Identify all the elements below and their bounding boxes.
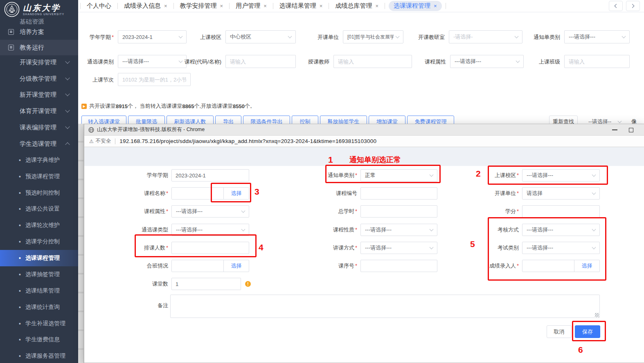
total-hours-input[interactable] bbox=[360, 205, 437, 218]
save-button[interactable]: 保存 bbox=[575, 325, 600, 338]
sidebar-item-preselect-course[interactable]: •预选课程管理 bbox=[0, 168, 78, 185]
maximize-button[interactable] bbox=[629, 128, 633, 132]
minimize-button[interactable] bbox=[612, 129, 617, 130]
campus-select[interactable]: 中心校区 bbox=[225, 30, 296, 43]
close-icon[interactable]: × bbox=[164, 3, 167, 9]
tab-xk-result-management[interactable]: 选课结果管理× bbox=[275, 2, 327, 10]
close-icon[interactable]: × bbox=[320, 3, 323, 9]
form-field-course-name: 课程名称* 选择 bbox=[109, 187, 249, 200]
filter-field-general-course-type: 通选课类别 ---请选择--- bbox=[78, 55, 187, 68]
tab-teaching-arrangement[interactable]: 教学安排管理× bbox=[176, 2, 227, 10]
planned-enrollment-input[interactable] bbox=[171, 242, 249, 254]
course-attribute-select[interactable]: ---请选择--- bbox=[450, 55, 524, 68]
tabs-scroll-right-button[interactable] bbox=[626, 1, 640, 11]
university-name: 山东大学 bbox=[23, 4, 64, 12]
sidebar-item-training-plan[interactable]: 培养方案 bbox=[0, 24, 78, 40]
tab-user-management[interactable]: 用户管理× bbox=[232, 2, 271, 10]
university-name-en: SHANDONG UNIVERSITY bbox=[23, 13, 64, 16]
offering-unit-select[interactable]: [01]哲学与社会发展学院 bbox=[343, 30, 403, 43]
sidebar-item-academic-operation[interactable]: 教务运行 bbox=[0, 40, 78, 55]
sidebar-item-xk-lottery[interactable]: •选课抽签管理 bbox=[0, 266, 78, 283]
sidebar-group-new-class[interactable]: 新开课堂管理 bbox=[0, 86, 78, 103]
combined-class-choose-button[interactable]: 选择 bbox=[223, 260, 249, 272]
sidebar-group-timetable[interactable]: 课表编排管理 bbox=[0, 119, 78, 136]
chevron-down-icon bbox=[592, 191, 596, 195]
filter-field-class: 上课班级 bbox=[531, 55, 630, 68]
popup-window-title: 山东大学开课增加-强智科技.版权所有 - Chrome bbox=[97, 126, 205, 133]
chevron-up-icon bbox=[65, 142, 70, 147]
notice-type-select[interactable]: ---请选择--- bbox=[564, 30, 630, 43]
close-icon[interactable]: × bbox=[375, 3, 378, 9]
course-sequence-input[interactable] bbox=[360, 260, 437, 272]
grade-recorder-input[interactable] bbox=[522, 260, 574, 272]
general-course-type-select[interactable]: ---请选择--- bbox=[118, 55, 187, 68]
form-field-campus: 上课校区* ---请选择--- bbox=[459, 169, 600, 182]
sidebar-item-xk-server[interactable]: •选课服务器管理 bbox=[0, 348, 78, 363]
grade-recorder-choose-button[interactable]: 选择 bbox=[574, 260, 599, 272]
sidebar-group-course-offering[interactable]: 开课安排管理 bbox=[0, 54, 78, 70]
close-icon[interactable]: × bbox=[220, 3, 223, 9]
combined-class-input[interactable] bbox=[172, 260, 223, 272]
sidebar-item-xk-public-setting[interactable]: •选课公共设置 bbox=[0, 201, 78, 217]
sidebar-group-student-course-selection[interactable]: 学生选课管理 bbox=[0, 136, 78, 152]
chevron-down-icon bbox=[65, 124, 70, 129]
tab-grade-repository[interactable]: 成绩总库管理× bbox=[331, 2, 383, 10]
sidebar-group-level-teaching[interactable]: 分级教学管理 bbox=[0, 70, 78, 87]
course-attribute-select[interactable]: ---请选择--- bbox=[171, 205, 249, 218]
form-field-exam-type: 考试类别 ---请选择--- bbox=[459, 242, 600, 254]
credits-input[interactable] bbox=[522, 205, 600, 218]
course-name-input[interactable] bbox=[172, 188, 223, 199]
class-input[interactable] bbox=[564, 55, 630, 68]
period-input[interactable] bbox=[118, 73, 191, 86]
class-count-input[interactable] bbox=[171, 278, 241, 290]
course-code-name-input[interactable] bbox=[225, 55, 296, 68]
tab-xk-course-management[interactable]: 选课课程管理× bbox=[389, 1, 442, 11]
warning-icon: ⚠ bbox=[89, 138, 94, 144]
lecture-mode-select[interactable]: ---请选择--- bbox=[360, 242, 437, 254]
course-name-choose-button[interactable]: 选择 bbox=[223, 188, 249, 199]
popup-offering-unit-select[interactable]: 请选择 bbox=[522, 187, 600, 200]
teacher-input[interactable] bbox=[333, 55, 412, 68]
sidebar-item-xk-credit-control[interactable]: •选课学分控制 bbox=[0, 234, 78, 250]
resize-handle[interactable] bbox=[595, 313, 599, 317]
popup-url-bar[interactable]: ⚠ 不安全 192.168.75.216/project/sddx/jiaowu… bbox=[84, 136, 644, 147]
term-input[interactable] bbox=[171, 169, 249, 182]
tab-divider bbox=[446, 3, 446, 9]
play-icon: ▶ bbox=[81, 104, 87, 109]
cancel-button[interactable]: 取消 bbox=[547, 325, 572, 338]
sidebar-item-student-adddrop[interactable]: •学生补退选管理 bbox=[0, 315, 78, 332]
notice-type-select[interactable]: 正常 bbox=[360, 169, 437, 182]
chevron-left-icon bbox=[615, 4, 619, 8]
sidebar-item-xk-statistics[interactable]: •选课统计查询 bbox=[0, 299, 78, 315]
sidebar-item-xk-dict[interactable]: •选课字典维护 bbox=[0, 152, 78, 168]
teaching-office-select[interactable]: -请选择- bbox=[449, 30, 522, 43]
filter-field-teacher: 授课教师 bbox=[298, 55, 412, 68]
form-field-general-course-type: 通选课类型 ---请选择--- bbox=[109, 224, 249, 236]
remark-textarea[interactable] bbox=[170, 295, 600, 318]
close-icon[interactable]: × bbox=[434, 3, 437, 9]
sidebar-item-xk-result[interactable]: •选课结果管理 bbox=[0, 283, 78, 299]
exam-type-select[interactable]: ---请选择--- bbox=[522, 242, 600, 254]
sidebar-item-basic-resources[interactable]: 基础资源 bbox=[0, 18, 78, 24]
popup-content: 学年学期 课程名称* 选择 课程属性* ---请选择--- 通选课类型 ---请… bbox=[84, 147, 644, 363]
form-field-assessment-method: 考核方式 ---请选择--- bbox=[459, 224, 600, 236]
tab-grade-entry-info[interactable]: 成绩录入信息× bbox=[120, 2, 171, 10]
popup-campus-select[interactable]: ---请选择--- bbox=[522, 169, 600, 182]
sidebar-item-xk-round[interactable]: •选课轮次维护 bbox=[0, 217, 78, 234]
tab-divider bbox=[273, 3, 273, 9]
popup-title-bar[interactable]: 山东大学开课增加-强智科技.版权所有 - Chrome bbox=[84, 124, 644, 136]
assessment-method-select[interactable]: ---请选择--- bbox=[522, 224, 600, 236]
sidebar-item-student-payment[interactable]: •学生缴费信息 bbox=[0, 331, 78, 348]
term-select[interactable]: 2023-2024-1 bbox=[118, 30, 187, 43]
tab-personal-center[interactable]: 个人中心 bbox=[83, 2, 115, 10]
form-field-course-nature: 课程性质* ---请选择--- bbox=[298, 224, 437, 236]
sidebar-group-pe-offering[interactable]: 体育开课管理 bbox=[0, 103, 78, 119]
sidebar-item-xk-course-management[interactable]: •选课课程管理 bbox=[0, 250, 78, 266]
general-course-type-select[interactable]: ---请选择--- bbox=[171, 224, 249, 236]
course-number-input[interactable] bbox=[360, 187, 437, 200]
close-icon[interactable]: × bbox=[263, 3, 267, 9]
course-nature-select[interactable]: ---请选择--- bbox=[360, 224, 437, 236]
sidebar-item-preselect-time[interactable]: •预选时间控制 bbox=[0, 185, 78, 201]
chevron-down-icon bbox=[288, 34, 292, 39]
tabs-scroll-left-button[interactable] bbox=[609, 1, 623, 11]
